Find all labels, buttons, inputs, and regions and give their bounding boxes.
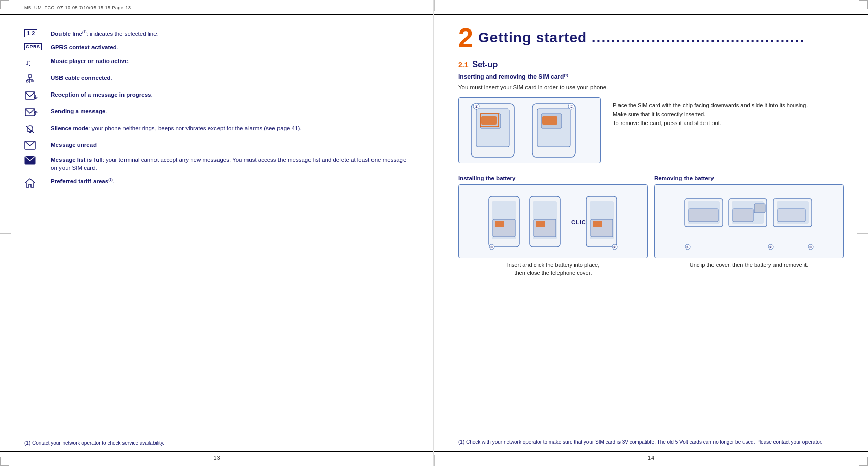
music-icon: ♫ <box>24 57 45 68</box>
page-container: M5_UM_FCC_07-10-05 7/10/05 15:15 Page 13… <box>0 0 868 466</box>
battery-section: Installing the battery ③ <box>458 175 844 277</box>
battery-remove: Removing the battery ① <box>654 175 844 277</box>
remove-title: Removing the battery <box>654 175 844 181</box>
list-item: Sending a message. <box>24 107 409 118</box>
list-item: 1 2 Double line(1): indicates the select… <box>24 29 409 38</box>
double-line-label: Double line(1): indicates the selected l… <box>51 29 159 38</box>
install-illustration: ③ CLICK ② <box>458 184 648 258</box>
battery-install: Installing the battery ③ <box>458 175 648 277</box>
chapter-title: Getting started ........................… <box>478 29 805 46</box>
svg-text:③: ③ <box>809 245 812 249</box>
msg-progress-icon <box>24 90 45 102</box>
list-item: Message unread <box>24 141 409 150</box>
double-line-icon: 1 2 <box>24 29 45 37</box>
svg-text:②: ② <box>570 105 573 109</box>
list-item: Message list is full: your terminal cann… <box>24 156 409 172</box>
home-label: Preferred tariff areas(1). <box>51 177 114 185</box>
svg-text:①: ① <box>475 105 478 109</box>
music-label: Music player or radio active. <box>51 57 130 65</box>
svg-text:③: ③ <box>490 245 493 249</box>
msg-full-icon <box>24 156 45 165</box>
svg-rect-52 <box>754 204 765 213</box>
remove-caption: Unclip the cover, then the battery and r… <box>654 261 844 269</box>
silence-icon <box>24 124 45 135</box>
sim-subsection-title: Inserting and removing the SIM card(1) <box>458 73 844 80</box>
right-page-number: 14 <box>648 455 654 461</box>
svg-rect-5 <box>32 80 33 82</box>
bottom-rule-left <box>0 451 433 452</box>
svg-point-4 <box>26 80 28 82</box>
bottom-rule-right <box>434 451 868 452</box>
svg-text:①: ① <box>686 245 689 249</box>
chapter-heading: 2 Getting started ......................… <box>458 24 844 51</box>
list-item: Reception of a message in progress. <box>24 90 409 102</box>
send-msg-label: Sending a message. <box>51 107 107 115</box>
svg-rect-1 <box>28 75 32 77</box>
list-item: Preferred tariff areas(1). <box>24 177 409 189</box>
list-item: USB cable connected. <box>24 74 409 85</box>
left-page-number: 13 <box>213 455 220 461</box>
msg-full-label: Message list is full: your terminal cann… <box>51 156 409 172</box>
svg-rect-57 <box>778 209 805 222</box>
usb-label: USB cable connected. <box>51 74 112 82</box>
usb-icon <box>24 74 45 85</box>
svg-rect-36 <box>536 221 545 227</box>
msg-unread-label: Message unread <box>51 141 97 149</box>
msg-progress-label: Reception of a message in progress. <box>51 90 153 99</box>
remove-illustration: ① ② ③ <box>654 184 844 258</box>
install-caption: Insert and click the battery into place,… <box>458 261 648 277</box>
list-item: GPRS GPRS context activated. <box>24 43 409 51</box>
svg-rect-24 <box>542 116 557 125</box>
svg-rect-30 <box>495 221 504 227</box>
list-item: Silence mode: your phone neither rings, … <box>24 124 409 135</box>
left-page: M5_UM_FCC_07-10-05 7/10/05 15:15 Page 13… <box>0 0 434 466</box>
top-rule-right <box>434 14 868 15</box>
page-header-label: M5_UM_FCC_07-10-05 7/10/05 15:15 Page 13 <box>24 5 131 10</box>
silence-label: Silence mode: your phone neither rings, … <box>51 124 302 132</box>
left-content: 1 2 Double line(1): indicates the select… <box>24 29 409 189</box>
sim-illustration-box: ① ② <box>458 97 601 163</box>
sim-card-illustration: ① ② <box>466 101 593 160</box>
install-title: Installing the battery <box>458 175 648 181</box>
msg-unread-icon <box>24 141 45 150</box>
right-footnote: (1) Check with your network operator to … <box>458 438 844 446</box>
section-title: Set-up <box>472 60 498 69</box>
send-msg-icon <box>24 107 45 118</box>
right-page: 2 Getting started ......................… <box>434 0 868 466</box>
svg-rect-18 <box>481 116 497 125</box>
top-rule-left <box>0 14 433 15</box>
list-item: ♫ Music player or radio active. <box>24 57 409 68</box>
svg-text:②: ② <box>613 245 616 249</box>
svg-rect-41 <box>593 221 602 227</box>
left-footnote: (1) Contact your network operator to che… <box>24 440 409 446</box>
svg-text:②: ② <box>769 245 772 249</box>
svg-rect-51 <box>733 209 753 222</box>
gprs-label: GPRS context activated. <box>51 43 118 51</box>
chapter-number: 2 <box>458 24 473 51</box>
home-icon <box>24 177 45 189</box>
svg-text:♫: ♫ <box>25 58 32 67</box>
section-number: 2.1 <box>458 60 468 69</box>
svg-rect-46 <box>689 209 718 222</box>
sim-description: Place the SIM card with the chip facing … <box>608 97 844 128</box>
svg-marker-13 <box>25 179 35 187</box>
section-row: 2.1 Set-up <box>458 60 844 69</box>
sim-body-text: You must insert your SIM card in order t… <box>458 83 844 92</box>
gprs-icon: GPRS <box>24 43 45 50</box>
